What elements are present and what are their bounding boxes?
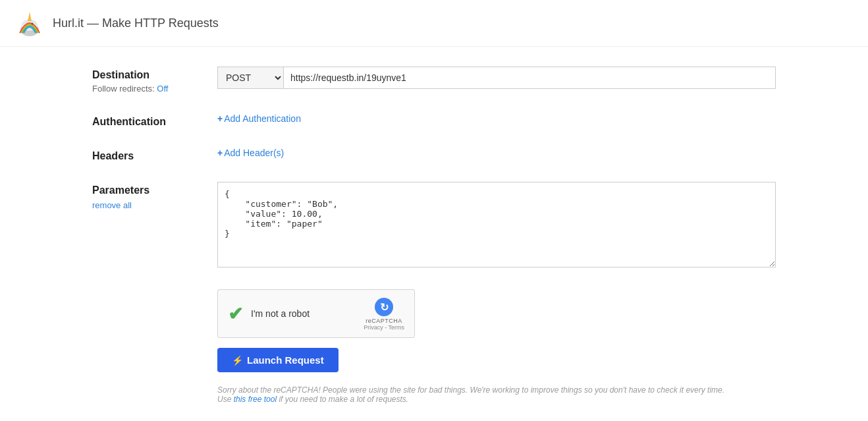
destination-label-col: Destination Follow redirects: Off	[92, 67, 217, 94]
follow-redirects-label: Follow redirects: Off	[92, 84, 217, 94]
main-content: Destination Follow redirects: Off POST G…	[0, 47, 868, 421]
recaptcha-widget[interactable]: ✔ I'm not a robot ↻ reCAPTCHA Privacy - …	[217, 289, 415, 338]
headers-row: Headers +Add Header(s)	[92, 148, 776, 162]
footer-note: Sorry about the reCAPTCHA! People were u…	[217, 385, 731, 404]
url-input[interactable]	[283, 67, 776, 89]
footer-note-text1: Sorry about the reCAPTCHA! People were u…	[217, 385, 724, 395]
svg-point-3	[32, 23, 34, 25]
launch-button-wrapper: ⚡ Launch Request	[217, 348, 776, 372]
remove-all-link[interactable]: remove all	[92, 200, 132, 210]
header: Hurl.it — Make HTTP Requests	[0, 0, 868, 47]
headers-label-col: Headers	[92, 148, 217, 162]
authentication-controls: +Add Authentication	[217, 113, 776, 124]
free-tool-link[interactable]: this free tool	[234, 395, 277, 404]
svg-text:↻: ↻	[380, 302, 389, 313]
launch-request-button[interactable]: ⚡ Launch Request	[217, 348, 339, 372]
footer-note-text3: if you need to make a lot of requests.	[279, 395, 408, 404]
parameters-row: Parameters remove all { "customer": "Bob…	[92, 182, 776, 269]
destination-inputs: POST GET PUT DELETE PATCH HEAD OPTIONS	[217, 67, 776, 89]
recaptcha-logo-area: ↻ reCAPTCHA Privacy - Terms	[364, 296, 404, 331]
plus-icon-headers: +	[217, 148, 223, 158]
captcha-launch-row: ✔ I'm not a robot ↻ reCAPTCHA Privacy - …	[92, 289, 776, 404]
recaptcha-checkmark: ✔	[228, 303, 243, 325]
recaptcha-logo-icon: ↻	[373, 296, 394, 318]
app-title: Hurl.it — Make HTTP Requests	[53, 16, 219, 30]
add-authentication-link[interactable]: +Add Authentication	[217, 113, 301, 124]
authentication-label: Authentication	[92, 116, 217, 128]
parameters-controls: { "customer": "Bob", "value": 10.00, "it…	[217, 182, 776, 269]
parameters-label: Parameters	[92, 184, 217, 196]
parameters-label-col: Parameters remove all	[92, 182, 217, 210]
captcha-label-spacer	[92, 289, 217, 292]
follow-redirects-toggle[interactable]: Off	[157, 84, 168, 94]
recaptcha-label: I'm not a robot	[251, 308, 356, 319]
recaptcha-brand: reCAPTCHA	[366, 318, 402, 324]
headers-controls: +Add Header(s)	[217, 148, 776, 158]
plus-icon: +	[217, 113, 223, 124]
authentication-row: Authentication +Add Authentication	[92, 113, 776, 128]
destination-controls: POST GET PUT DELETE PATCH HEAD OPTIONS	[217, 67, 776, 89]
recaptcha-links: Privacy - Terms	[364, 324, 404, 331]
svg-marker-2	[28, 12, 32, 21]
headers-label: Headers	[92, 150, 217, 162]
method-select[interactable]: POST GET PUT DELETE PATCH HEAD OPTIONS	[217, 67, 283, 89]
authentication-label-col: Authentication	[92, 113, 217, 128]
launch-label: Launch Request	[247, 354, 324, 366]
captcha-launch-col: ✔ I'm not a robot ↻ reCAPTCHA Privacy - …	[217, 289, 776, 404]
destination-label: Destination	[92, 69, 217, 81]
destination-row: Destination Follow redirects: Off POST G…	[92, 67, 776, 94]
parameters-textarea[interactable]: { "customer": "Bob", "value": 10.00, "it…	[217, 182, 776, 267]
logo	[13, 7, 46, 40]
bolt-icon: ⚡	[232, 355, 243, 366]
add-headers-link[interactable]: +Add Header(s)	[217, 148, 284, 158]
footer-note-text2: Use	[217, 395, 231, 404]
